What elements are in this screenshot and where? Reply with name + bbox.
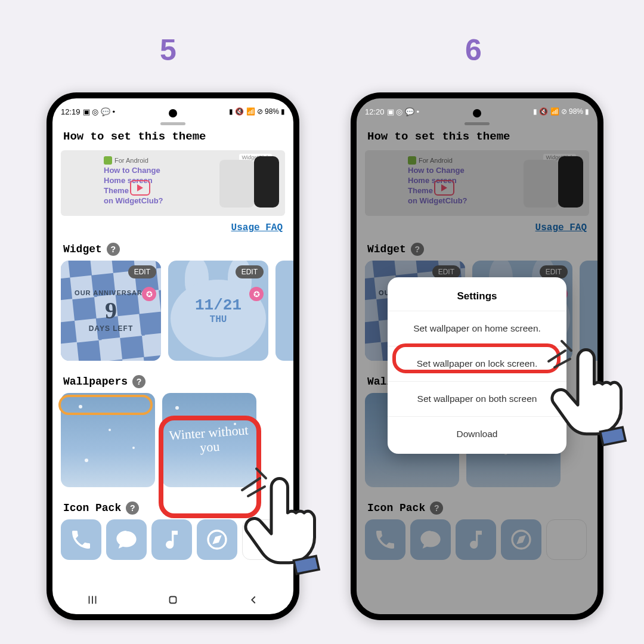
section-widget-header: Widget ? xyxy=(52,239,293,261)
compass-icon[interactable] xyxy=(197,519,237,560)
status-right: ▮ 🔇 📶 ⊘ 98% ▮ xyxy=(229,107,285,116)
status-battery: 98% xyxy=(265,107,279,116)
annotation-highlight-lockscreen xyxy=(392,343,561,373)
battery-icon: ▮ xyxy=(585,107,589,116)
step-number-6: 6 xyxy=(465,33,482,67)
help-icon[interactable]: ? xyxy=(132,375,145,388)
status-right: ▮ 🔇 📶 ⊘ 98% ▮ xyxy=(533,107,589,116)
widget-row[interactable]: OUR ANNIVERSARY 9 DAYS LEFT EDIT ✪ 11/21… xyxy=(52,261,293,361)
help-icon[interactable]: ? xyxy=(107,243,120,256)
android-icon xyxy=(104,156,112,165)
status-icons: ▮ 🔇 📶 ⊘ xyxy=(229,107,263,116)
howto-banner[interactable]: For Android How to Change Home screen Th… xyxy=(61,150,285,216)
status-icons: ▮ 🔇 📶 ⊘ xyxy=(533,107,567,116)
dialog-title: Settings xyxy=(388,280,566,311)
status-time: 12:19 xyxy=(61,107,80,116)
widget-anniversary[interactable]: OUR ANNIVERSARY 9 DAYS LEFT EDIT ✪ xyxy=(61,261,161,361)
dialog-option-home[interactable]: Set wallpaper on home screen. xyxy=(388,311,566,346)
status-notif-icons: ▣ ◎ 💬 • xyxy=(83,107,115,116)
android-nav-bar xyxy=(52,586,293,614)
annotation-highlight-wallpapers xyxy=(58,395,153,415)
status-notif-icons: ▣ ◎ 💬 • xyxy=(387,107,419,116)
tap-hand-icon xyxy=(239,471,328,575)
premium-icon: ✪ xyxy=(249,287,264,301)
section-wallpapers-header: Wallpapers ? xyxy=(52,371,293,393)
music-icon[interactable] xyxy=(151,519,192,560)
play-icon xyxy=(130,180,150,196)
usage-faq-link[interactable]: Usage FAQ xyxy=(52,219,293,239)
nav-home-icon[interactable] xyxy=(166,593,179,606)
banner-preview: WidgetClub xyxy=(219,156,279,210)
widget-date[interactable]: 11/21 THU EDIT ✪ xyxy=(168,261,268,361)
status-time: 12:20 xyxy=(365,107,385,116)
dialog-option-download[interactable]: Download xyxy=(388,417,566,451)
sheet-title: How to set this theme xyxy=(52,125,293,147)
dialog-option-both[interactable]: Set wallpaper on both screen xyxy=(388,382,566,417)
status-battery: 98% xyxy=(569,107,583,116)
help-icon[interactable]: ? xyxy=(126,501,139,515)
edit-button[interactable]: EDIT xyxy=(236,265,264,278)
step-number-5: 5 xyxy=(160,33,177,67)
tap-hand-icon xyxy=(545,342,634,447)
widget-peek[interactable] xyxy=(275,261,293,361)
status-left: 12:20 ▣ ◎ 💬 • xyxy=(365,107,419,116)
phone-camera xyxy=(169,109,177,117)
phone-camera xyxy=(473,109,481,117)
phone-icon[interactable] xyxy=(61,519,101,560)
svg-rect-1 xyxy=(169,597,176,603)
status-left: 12:19 ▣ ◎ 💬 • xyxy=(61,107,115,116)
premium-icon: ✪ xyxy=(142,287,156,301)
battery-icon: ▮ xyxy=(281,107,285,116)
nav-back-icon[interactable] xyxy=(247,593,260,606)
nav-recents-icon[interactable] xyxy=(86,593,99,606)
edit-button[interactable]: EDIT xyxy=(128,265,156,278)
chat-icon[interactable] xyxy=(106,519,147,560)
